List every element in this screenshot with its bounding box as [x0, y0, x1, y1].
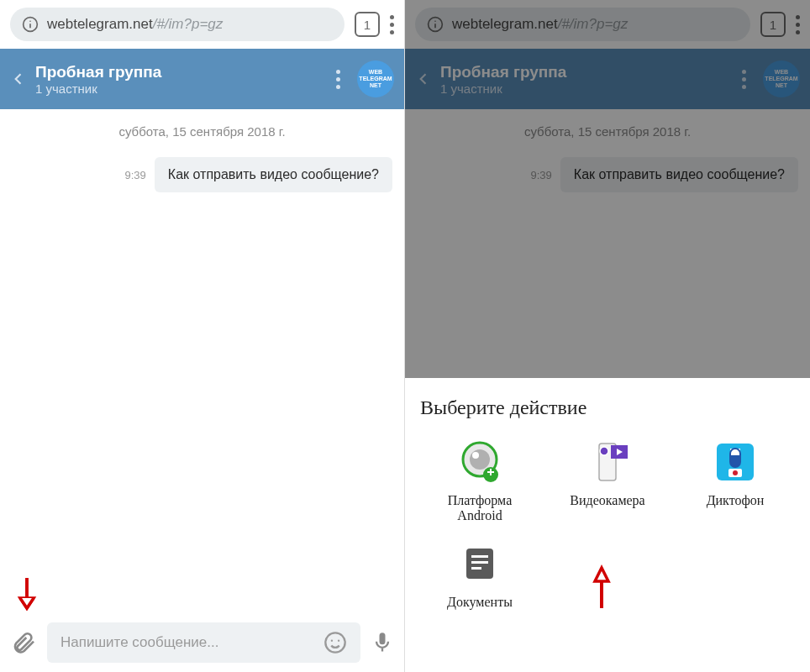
svg-point-4 [331, 640, 333, 642]
svg-rect-28 [471, 567, 481, 570]
avatar[interactable]: WEB TELEGRAM NET [357, 60, 394, 97]
sheet-label: Платформа Android [448, 493, 512, 524]
chat-menu-icon[interactable] [336, 70, 340, 89]
attach-icon[interactable] [10, 629, 37, 656]
message-time: 9:39 [125, 169, 146, 181]
back-icon[interactable] [10, 71, 27, 87]
url-path: /#/im?p=gz [153, 16, 224, 32]
svg-point-2 [29, 20, 31, 22]
sheet-title: Выберите действие [420, 396, 795, 419]
chat-title-area[interactable]: Пробная группа 1 участник [35, 63, 328, 96]
sheet-label: Документы [447, 595, 513, 610]
message-input[interactable]: Напишите сообщение... [47, 622, 360, 663]
svg-point-5 [338, 640, 339, 642]
left-pane: webtelegram.net/#/im?p=gz 1 Пробная груп… [0, 0, 405, 672]
chat-body: суббота, 15 сентября 2018 г. 9:39 Как от… [0, 109, 404, 613]
browser-menu-icon[interactable] [390, 15, 394, 34]
svg-point-24 [733, 470, 738, 475]
svg-rect-26 [471, 555, 488, 558]
url-host: webtelegram.net [47, 16, 153, 32]
sheet-item-platform-android[interactable]: Платформа Android [420, 438, 539, 524]
svg-point-16 [600, 447, 608, 455]
android-platform-icon [455, 438, 504, 486]
mic-icon[interactable] [371, 631, 394, 654]
arrow-annotation-up [586, 563, 617, 612]
chat-subtitle: 1 участник [35, 81, 328, 96]
svg-rect-27 [471, 561, 488, 564]
input-bar: Напишите сообщение... [0, 613, 404, 672]
sheet-label: Диктофон [707, 493, 765, 508]
chat-title: Пробная группа [35, 63, 328, 81]
address-bar[interactable]: webtelegram.net/#/im?p=gz [10, 8, 345, 41]
svg-point-13 [472, 452, 479, 459]
right-pane: webtelegram.net/#/im?p=gz 1 Пробная груп… [405, 0, 810, 672]
dictaphone-icon [711, 438, 760, 486]
sheet-item-videocamera[interactable]: Видеокамера [548, 438, 667, 524]
svg-point-12 [470, 449, 490, 470]
videocamera-icon [583, 438, 632, 486]
date-label: суббота, 15 сентября 2018 г. [118, 124, 285, 139]
documents-icon [455, 539, 504, 588]
chat-header: Пробная группа 1 участник WEB TELEGRAM N… [0, 49, 404, 109]
sheet-label: Видеокамера [570, 493, 644, 508]
svg-point-3 [325, 633, 345, 652]
message-placeholder: Напишите сообщение... [60, 634, 323, 651]
tabs-button[interactable]: 1 [355, 12, 380, 37]
browser-bar: webtelegram.net/#/im?p=gz 1 [0, 0, 404, 49]
info-icon [22, 16, 39, 33]
arrow-annotation-down [15, 576, 39, 620]
action-sheet: Выберите действие Платформа Android Виде… [405, 378, 810, 672]
message-bubble[interactable]: Как отправить видео сообщение? [155, 157, 392, 192]
emoji-icon[interactable] [323, 631, 347, 654]
message-row: 9:39 Как отправить видео сообщение? [125, 157, 392, 192]
svg-rect-6 [381, 648, 383, 652]
sheet-item-dictaphone[interactable]: Диктофон [676, 438, 795, 524]
sheet-item-documents[interactable]: Документы [420, 539, 539, 610]
